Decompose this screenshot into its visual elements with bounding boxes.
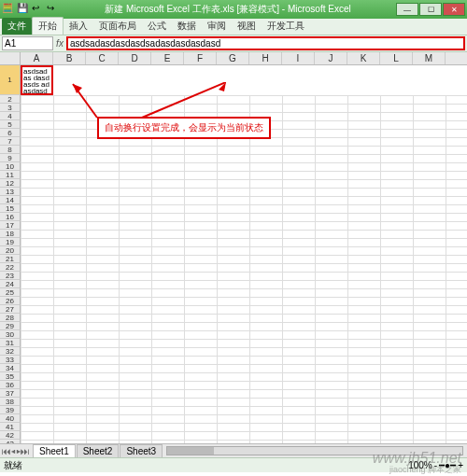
redo-icon[interactable]: ↪ [47,3,60,16]
col-header[interactable]: B [53,52,86,64]
tab-insert[interactable]: 插入 [64,18,93,35]
row-header[interactable]: 17 [0,221,21,230]
zoom-controls: 100% - ━●━ + [408,460,463,470]
row-header[interactable]: 27 [0,305,21,314]
row-header[interactable]: 11 [0,171,21,179]
row-header[interactable]: 2 [0,95,21,104]
row-header[interactable]: 25 [0,288,21,297]
sheet-tab-3[interactable]: Sheet3 [120,444,163,457]
tab-dev[interactable]: 开发工具 [262,18,310,35]
row-header[interactable]: 28 [0,314,21,322]
cell-a1[interactable]: asdsadas dasdasds adasdasd asdasd [21,65,53,95]
minimize-button[interactable]: — [396,3,418,16]
col-header[interactable]: D [119,52,151,64]
row-header[interactable]: 21 [0,255,21,263]
col-header[interactable]: I [282,52,315,64]
title-bar: 🧮 💾 ↩ ↪ 新建 Microsoft Excel 工作表.xls [兼容模式… [0,0,467,19]
tab-review[interactable]: 审阅 [202,18,232,35]
row-header[interactable]: 40 [0,414,21,423]
row-header[interactable]: 35 [0,372,21,381]
column-headers: A B C D E F G H I J K L M [0,52,467,65]
row-header[interactable]: 12 [0,179,21,188]
zoom-level[interactable]: 100% [408,460,432,470]
row-header[interactable]: 39 [0,406,21,414]
tab-formulas[interactable]: 公式 [142,18,172,35]
row-header[interactable]: 22 [0,263,21,272]
col-header[interactable]: K [347,52,380,64]
zoom-out-button[interactable]: - [434,460,437,470]
h-scrollbar[interactable] [166,446,463,455]
row-header[interactable]: 15 [0,204,21,213]
row-header[interactable]: 42 [0,431,21,440]
col-header[interactable]: G [217,52,249,64]
row-header[interactable]: 23 [0,272,21,280]
row-header[interactable]: 30 [0,330,21,339]
status-text: 就绪 [4,459,22,472]
close-button[interactable]: ✕ [443,3,465,16]
col-header[interactable]: J [315,52,347,64]
row-header[interactable]: 33 [0,356,21,364]
sheet-tab-1[interactable]: Sheet1 [33,444,76,457]
row-header[interactable]: 4 [0,112,21,120]
col-header[interactable]: A [21,52,53,64]
name-box[interactable]: A1 [2,36,53,50]
cells-area[interactable]: asdsadas dasdasds adasdasd asdasd 自动换行设置… [21,65,467,443]
col-header[interactable]: M [413,52,446,64]
sheet-nav[interactable]: ⏮◀▶⏭ [0,446,32,456]
row-header[interactable]: 29 [0,322,21,330]
row-header[interactable]: 5 [0,120,21,129]
row-header[interactable]: 10 [0,162,21,171]
row-header[interactable]: 9 [0,154,21,162]
svg-marker-1 [219,82,226,91]
row-header[interactable]: 31 [0,339,21,347]
row-header[interactable]: 1 [0,65,21,95]
row-header[interactable]: 26 [0,297,21,305]
row-header[interactable]: 37 [0,389,21,398]
fx-icon[interactable]: fx [53,38,66,49]
row-header[interactable]: 8 [0,146,21,154]
row-header[interactable]: 32 [0,347,21,356]
row-header[interactable]: 43 [0,440,21,443]
row-header[interactable]: 36 [0,381,21,389]
select-all-corner[interactable] [0,52,21,64]
grid-area: 1234567891011121314151617181920212223242… [0,65,467,443]
window-buttons: — ☐ ✕ [396,3,465,16]
excel-icon: 🧮 [2,3,15,16]
svg-marker-3 [73,84,82,93]
row-header[interactable]: 18 [0,230,21,238]
formula-bar[interactable]: asdsadasdasdasdsadasdasdasdasd [66,36,465,50]
save-icon[interactable]: 💾 [17,3,30,16]
gridlines [21,95,467,443]
sheet-tab-2[interactable]: Sheet2 [77,444,120,457]
maximize-button[interactable]: ☐ [419,3,442,16]
tab-home[interactable]: 开始 [32,17,64,35]
tab-data[interactable]: 数据 [172,18,202,35]
row-header[interactable]: 24 [0,280,21,288]
tab-view[interactable]: 视图 [232,18,262,35]
tab-file[interactable]: 文件 [2,18,32,35]
row-header[interactable]: 41 [0,423,21,431]
row-header[interactable]: 14 [0,196,21,204]
col-header[interactable]: F [184,52,217,64]
row-header[interactable]: 19 [0,238,21,246]
row-header[interactable]: 6 [0,129,21,137]
col-header[interactable]: L [380,52,413,64]
annotation-callout: 自动换行设置完成，会显示为当前状态 [97,117,271,139]
row-header[interactable]: 34 [0,364,21,372]
col-header[interactable]: H [249,52,282,64]
row-header[interactable]: 3 [0,104,21,112]
h-scroll-thumb[interactable] [167,447,214,455]
zoom-in-button[interactable]: + [458,460,463,470]
qat: 🧮 💾 ↩ ↪ [2,3,60,16]
row-header[interactable]: 13 [0,188,21,196]
col-header[interactable]: E [151,52,184,64]
col-header[interactable]: C [86,52,119,64]
tab-layout[interactable]: 页面布局 [93,18,142,35]
row-header[interactable]: 20 [0,246,21,255]
row-header[interactable]: 16 [0,213,21,221]
row-header[interactable]: 7 [0,137,21,146]
undo-icon[interactable]: ↩ [32,3,45,16]
zoom-slider[interactable]: ━●━ [439,460,456,470]
status-bar: 就绪 100% - ━●━ + [0,457,467,472]
row-header[interactable]: 38 [0,398,21,406]
